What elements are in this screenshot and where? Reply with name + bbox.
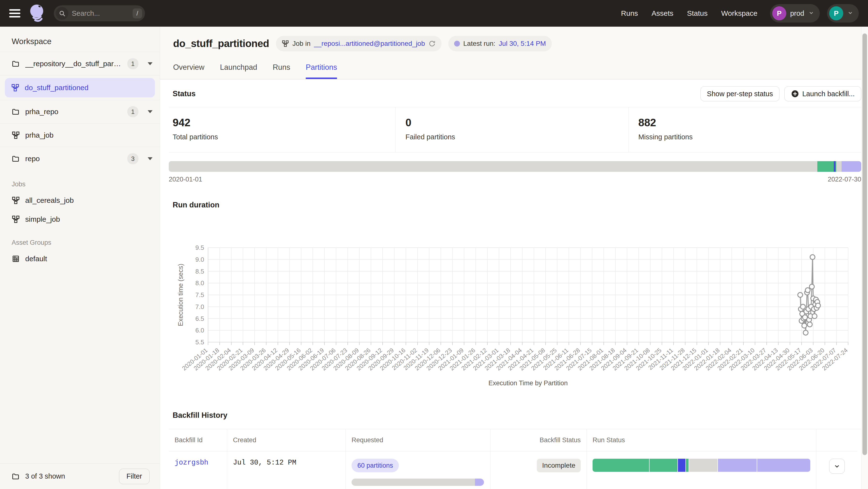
data-point-marker[interactable] (798, 292, 803, 297)
backfill-history-table: Backfill IdCreatedRequestedBackfill Stat… (169, 429, 861, 489)
sidebar-item-simple-job[interactable]: simple_job (0, 210, 160, 229)
bar-segment (689, 459, 717, 472)
topbar-nav-links: RunsAssetsStatusWorkspace (621, 9, 757, 18)
backfill-id-link[interactable]: jozrgsbh (175, 459, 208, 467)
sidebar-item-repo[interactable]: repo3 (0, 147, 160, 170)
sidebar-item-prha-repo[interactable]: prha_repo1 (0, 100, 160, 123)
data-point-marker[interactable] (809, 284, 814, 289)
data-point-marker[interactable] (802, 323, 807, 328)
latest-run-link[interactable]: Jul 30, 5:14 PM (499, 40, 546, 47)
data-point-marker[interactable] (801, 304, 805, 309)
data-point-marker[interactable] (812, 314, 817, 319)
column-header-backfill-status: Backfill Status (490, 429, 587, 451)
sidebar-section-label: Jobs (0, 170, 160, 191)
latest-run-badge: Latest run: Jul 30, 5:14 PM (448, 36, 552, 52)
show-per-step-status-button[interactable]: Show per-step status (701, 86, 779, 101)
reload-icon[interactable] (428, 40, 436, 47)
job-location-badge: Job in __reposi...artitioned@partitioned… (276, 36, 441, 52)
sidebar-item--repository-do-stuff-partitio-[interactable]: __repository__do_stuff_partitio...1 (0, 52, 160, 75)
backfill-history-heading: Backfill History (173, 411, 861, 420)
stat-failed-partitions: 0Failed partitions (396, 107, 628, 152)
item-count-badge: 1 (127, 106, 138, 117)
sidebar-item-label: prha_repo (25, 107, 58, 116)
bar-segment (836, 161, 841, 172)
hamburger-menu-icon[interactable] (9, 9, 20, 18)
job-icon (11, 84, 20, 92)
nav-link-assets[interactable]: Assets (651, 9, 673, 18)
partition-range-end: 2022-07-30 (828, 176, 861, 183)
stat-value: 0 (405, 117, 628, 129)
bar-segment (757, 459, 810, 472)
caret-down-icon[interactable] (148, 157, 153, 160)
sidebar-item-do-stuff-partitioned[interactable]: do_stuff_partitioned (5, 78, 155, 97)
filter-button[interactable]: Filter (119, 469, 150, 484)
job-location-link[interactable]: __reposi...artitioned@partitioned_job (314, 40, 425, 47)
sidebar-item-label: do_stuff_partitioned (25, 84, 89, 92)
job-icon (282, 40, 289, 47)
vertical-scrollbar[interactable] (861, 27, 868, 489)
caret-down-icon[interactable] (148, 62, 153, 65)
item-count-badge: 3 (127, 153, 138, 164)
sidebar-item-prha-job[interactable]: prha_job (0, 124, 160, 147)
run-status-bar[interactable] (593, 459, 810, 472)
run-status-dot-icon (454, 41, 460, 46)
bar-segment (169, 161, 817, 172)
sidebar-title: Workspace (0, 27, 160, 52)
search-shortcut-key: / (133, 8, 142, 19)
page-header: do_stuff_partitioned Job in __reposi...a… (160, 27, 868, 79)
data-point-marker[interactable] (805, 288, 810, 293)
bar-segment (817, 161, 834, 172)
repo-count-label: 3 of 3 shown (25, 472, 65, 480)
y-tick-label: 6.5 (195, 315, 204, 322)
partition-status-bar[interactable] (169, 161, 861, 172)
sidebar-section-label: Asset Groups (0, 229, 160, 249)
sidebar-item-label: __repository__do_stuff_partitio... (25, 60, 122, 68)
asset-group-icon (12, 255, 20, 263)
sidebar-item-label: default (25, 255, 47, 263)
backfill-created-time: Jul 30, 5:12 PM (233, 459, 296, 467)
dagster-logo-icon[interactable] (28, 3, 46, 24)
tab-overview[interactable]: Overview (173, 63, 205, 79)
launch-backfill-button[interactable]: Launch backfill... (784, 86, 861, 101)
y-tick-label: 8.5 (195, 268, 204, 275)
y-tick-label: 6.0 (195, 327, 204, 334)
tab-partitions[interactable]: Partitions (306, 63, 337, 79)
data-point-marker[interactable] (807, 322, 812, 327)
sidebar-item-label: repo (25, 155, 40, 163)
data-point-marker[interactable] (803, 330, 808, 335)
scrollbar-thumb[interactable] (862, 33, 867, 455)
sidebar-row: do_stuff_partitioned (0, 75, 160, 97)
chevron-down-icon (847, 10, 854, 17)
caret-down-icon[interactable] (148, 110, 153, 113)
run-duration-chart[interactable]: 5.56.06.57.07.58.08.59.09.52020-01-01202… (169, 211, 855, 400)
search-input[interactable]: Search... / (54, 5, 145, 21)
expand-row-button[interactable] (829, 459, 845, 474)
bar-segment (650, 459, 677, 472)
sidebar-row: prha_job (0, 123, 160, 147)
tab-launchpad[interactable]: Launchpad (220, 63, 257, 79)
stat-value: 882 (639, 117, 861, 129)
job-icon (12, 131, 20, 139)
stat-label: Failed partitions (405, 133, 628, 141)
search-icon (56, 7, 68, 20)
folder-icon (12, 472, 20, 481)
user-menu[interactable]: P (827, 4, 859, 23)
deployment-switcher[interactable]: P prod (770, 4, 820, 23)
data-point-marker[interactable] (816, 303, 820, 308)
nav-link-runs[interactable]: Runs (621, 9, 638, 18)
partition-status-bar-wrap: 2020-01-01 2022-07-30 (169, 161, 861, 183)
nav-link-status[interactable]: Status (687, 9, 708, 18)
stat-label: Total partitions (173, 133, 396, 141)
y-tick-label: 7.5 (195, 291, 204, 298)
sidebar-item-all-cereals-job[interactable]: all_cereals_job (0, 191, 160, 210)
requested-partitions-badge[interactable]: 60 partitions (351, 459, 399, 472)
chevron-down-icon (808, 10, 814, 17)
data-point-marker[interactable] (810, 255, 815, 260)
tab-runs[interactable]: Runs (273, 63, 290, 79)
nav-link-workspace[interactable]: Workspace (721, 9, 757, 18)
y-tick-label: 9.0 (195, 256, 204, 263)
stat-label: Missing partitions (639, 133, 861, 141)
column-header-created: Created (227, 429, 345, 451)
sidebar-item-default[interactable]: default (0, 249, 160, 268)
button-label: Show per-step status (707, 90, 773, 98)
